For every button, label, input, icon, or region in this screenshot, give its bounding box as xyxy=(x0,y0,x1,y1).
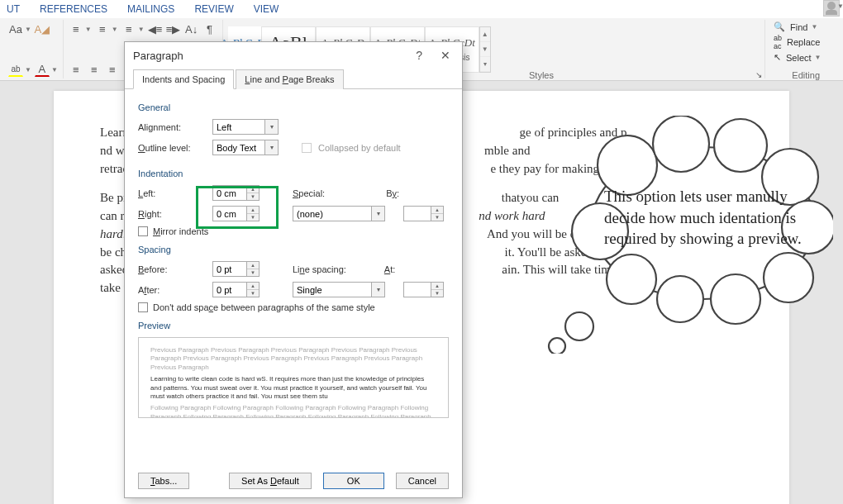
dropdown-arrow-icon[interactable]: ▼ xyxy=(51,66,58,74)
find-button[interactable]: 🔍Find▼ xyxy=(774,21,831,32)
section-spacing: Spacing xyxy=(138,245,449,254)
cursor-icon: ↖ xyxy=(774,52,781,63)
font-group: Aa▼ A◢ ab▼ A▼ xyxy=(3,20,64,78)
section-indentation: Indentation xyxy=(138,169,449,178)
spin-up-icon[interactable]: ▲ xyxy=(247,283,259,290)
tabs-button[interactable]: Tabs... xyxy=(138,473,189,489)
collapsed-checkbox xyxy=(302,143,312,153)
spin-down-icon[interactable]: ▼ xyxy=(247,193,259,201)
after-label: After: xyxy=(138,285,206,295)
styles-expand-icon[interactable]: ▾ xyxy=(480,57,490,72)
section-general: General xyxy=(138,102,449,112)
spin-down-icon[interactable]: ▼ xyxy=(431,214,443,221)
paragraph-dialog: Paragraph ? ✕ Indents and Spacing Line a… xyxy=(124,41,463,498)
svg-point-5 xyxy=(782,201,833,254)
align-right-icon[interactable]: ≡ xyxy=(105,62,120,77)
show-marks-icon[interactable]: ¶ xyxy=(202,21,217,36)
multilevel-list-icon[interactable]: ≡ xyxy=(121,21,136,36)
chevron-down-icon[interactable]: ▾ xyxy=(371,207,384,221)
close-icon[interactable]: ✕ xyxy=(437,49,454,62)
spin-up-icon[interactable]: ▲ xyxy=(247,186,259,193)
spin-down-icon[interactable]: ▼ xyxy=(247,214,259,221)
spin-down-icon[interactable]: ▼ xyxy=(247,269,259,277)
dialog-title: Paragraph xyxy=(133,50,183,62)
chevron-down-icon[interactable]: ▾ xyxy=(264,120,278,134)
spin-up-icon[interactable]: ▲ xyxy=(431,207,443,214)
linespacing-select[interactable]: ▾ xyxy=(293,282,385,297)
styles-scroll[interactable]: ▲ ▼ ▾ xyxy=(479,26,491,73)
increase-indent-icon[interactable]: ≡▶ xyxy=(166,21,181,36)
help-icon[interactable]: ? xyxy=(412,49,426,62)
linespacing-label: Line spacing: xyxy=(293,264,346,274)
by-spinner[interactable]: ▲▼ xyxy=(403,206,444,221)
mirror-indents-label: Mirror indents xyxy=(153,226,208,236)
user-account-icon[interactable]: ▼ xyxy=(823,0,840,17)
change-case-icon[interactable]: Aa xyxy=(8,21,23,36)
indent-left-label: Left: xyxy=(138,188,206,198)
numbering-icon[interactable]: ≡ xyxy=(95,21,110,36)
before-label: Before: xyxy=(138,264,206,274)
dialog-tabs: Indents and Spacing Line and Page Breaks xyxy=(125,69,462,89)
spin-up-icon[interactable]: ▲ xyxy=(247,262,259,269)
spin-up-icon[interactable]: ▲ xyxy=(431,283,443,290)
spin-up-icon[interactable]: ▲ xyxy=(247,207,259,214)
before-spinner[interactable]: ▲▼ xyxy=(212,261,260,277)
replace-icon: abac xyxy=(774,34,782,50)
dropdown-arrow-icon[interactable]: ▼ xyxy=(85,26,92,33)
cancel-button[interactable]: Cancel xyxy=(396,473,449,489)
outline-select[interactable]: ▾ xyxy=(212,140,279,155)
special-label: Special: xyxy=(293,188,325,198)
clear-formatting-icon[interactable]: A◢ xyxy=(35,21,50,36)
alignment-select[interactable]: ▾ xyxy=(212,119,279,135)
dropdown-arrow-icon[interactable]: ▼ xyxy=(25,66,31,74)
section-preview: Preview xyxy=(138,321,449,330)
decrease-indent-icon[interactable]: ◀≡ xyxy=(148,21,163,36)
styles-group-caption: Styles xyxy=(529,70,554,80)
ribbon-tabs: UT REFERENCES MAILINGS REVIEW VIEW xyxy=(0,0,843,18)
alignment-label: Alignment: xyxy=(138,122,206,132)
spin-down-icon[interactable]: ▼ xyxy=(431,290,443,297)
align-center-icon[interactable]: ≡ xyxy=(87,62,102,77)
editing-group-caption: Editing xyxy=(792,70,820,80)
mirror-indents-checkbox[interactable] xyxy=(138,226,148,236)
by-label: By: xyxy=(386,188,399,198)
set-default-button[interactable]: Set As Default xyxy=(229,473,312,489)
at-label: At: xyxy=(384,264,395,274)
align-left-icon[interactable]: ≡ xyxy=(69,62,83,77)
replace-button[interactable]: abacReplace xyxy=(774,34,831,50)
scroll-up-icon[interactable]: ▲ xyxy=(480,27,490,42)
chevron-down-icon[interactable]: ▾ xyxy=(264,140,278,155)
no-add-space-checkbox[interactable] xyxy=(138,302,148,312)
indent-right-label: Right: xyxy=(138,209,206,219)
scroll-down-icon[interactable]: ▼ xyxy=(480,42,490,57)
tab-mailings[interactable]: MAILINGS xyxy=(127,3,174,15)
after-spinner[interactable]: ▲▼ xyxy=(212,282,260,297)
chevron-down-icon[interactable]: ▾ xyxy=(371,283,384,297)
tab-review[interactable]: REVIEW xyxy=(194,3,233,15)
indent-left-spinner[interactable]: ▲▼ xyxy=(212,185,260,201)
tab-line-page-breaks[interactable]: Line and Page Breaks xyxy=(236,69,343,89)
indent-right-spinner[interactable]: ▲▼ xyxy=(212,206,260,221)
sort-icon[interactable]: A↓ xyxy=(184,21,199,36)
magnify-icon: 🔍 xyxy=(774,21,785,32)
tab-indents-spacing[interactable]: Indents and Spacing xyxy=(133,69,234,89)
dropdown-arrow-icon[interactable]: ▼ xyxy=(138,26,145,33)
tab-references[interactable]: REFERENCES xyxy=(40,3,107,15)
collapsed-label: Collapsed by default xyxy=(318,143,401,153)
font-color-icon[interactable]: A xyxy=(35,62,50,77)
ok-button[interactable]: OK xyxy=(323,473,384,489)
dropdown-arrow-icon[interactable]: ▼ xyxy=(25,26,31,33)
tab-layout[interactable]: UT xyxy=(7,3,20,15)
spin-down-icon[interactable]: ▼ xyxy=(247,290,259,297)
at-spinner[interactable]: ▲▼ xyxy=(403,282,444,297)
no-add-space-label: Don't add space between paragraphs of th… xyxy=(153,302,375,312)
preview-box: Previous Paragraph Previous Paragraph Pr… xyxy=(138,337,449,418)
outline-label: Outline level: xyxy=(138,143,206,153)
special-select[interactable]: ▾ xyxy=(293,206,385,221)
bullets-icon[interactable]: ≡ xyxy=(69,21,83,36)
dropdown-arrow-icon[interactable]: ▼ xyxy=(112,26,118,33)
text-highlight-icon[interactable]: ab xyxy=(8,62,23,77)
styles-launcher-icon[interactable]: ↘ xyxy=(755,70,762,79)
select-button[interactable]: ↖Select▼ xyxy=(774,52,831,63)
tab-view[interactable]: VIEW xyxy=(254,3,279,15)
